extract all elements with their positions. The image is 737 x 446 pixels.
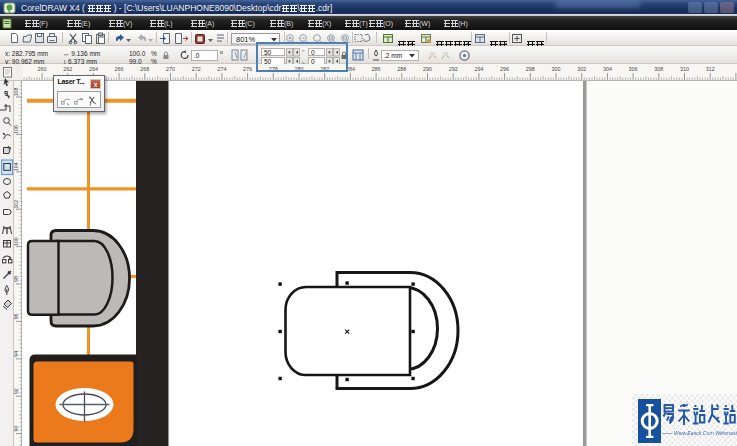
svg-text:288: 288 xyxy=(397,66,406,72)
svg-text:262: 262 xyxy=(63,66,72,72)
svg-text:274: 274 xyxy=(217,66,226,72)
svg-text:308: 308 xyxy=(654,66,663,72)
svg-text:801%: 801% xyxy=(236,35,256,44)
svg-text:294: 294 xyxy=(474,66,483,72)
svg-text:266: 266 xyxy=(115,66,124,72)
svg-text:286: 286 xyxy=(372,66,381,72)
svg-text:292: 292 xyxy=(449,66,458,72)
svg-text:302: 302 xyxy=(577,66,586,72)
svg-text:298: 298 xyxy=(526,66,535,72)
svg-text:304: 304 xyxy=(603,66,612,72)
svg-text:310: 310 xyxy=(680,66,689,72)
svg-text:270: 270 xyxy=(166,66,175,72)
svg-text:264: 264 xyxy=(89,66,98,72)
svg-text:306: 306 xyxy=(629,66,638,72)
svg-text:296: 296 xyxy=(500,66,509,72)
svg-text:290: 290 xyxy=(423,66,432,72)
svg-text:276: 276 xyxy=(243,66,252,72)
svg-text:300: 300 xyxy=(552,66,561,72)
svg-text:272: 272 xyxy=(192,66,201,72)
svg-text:312: 312 xyxy=(706,66,715,72)
svg-text:260: 260 xyxy=(38,66,47,72)
svg-text:268: 268 xyxy=(140,66,149,72)
